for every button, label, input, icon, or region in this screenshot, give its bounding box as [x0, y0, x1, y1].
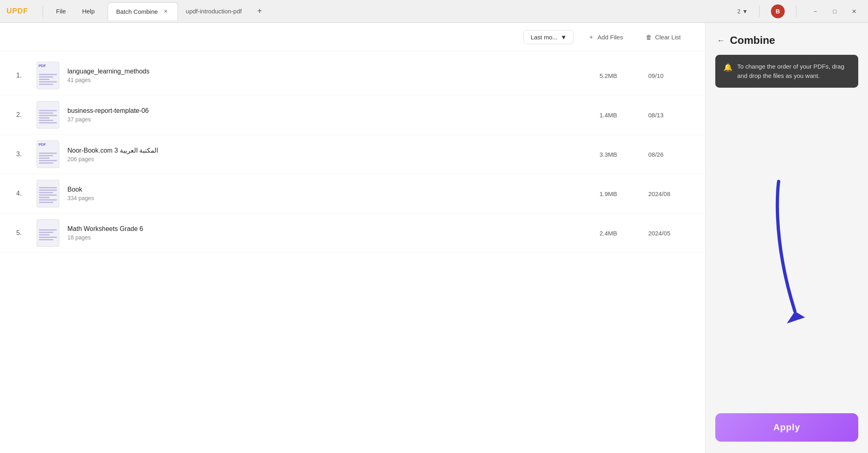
tab-batch-combine-label: Batch Combine: [116, 8, 158, 15]
thumb-line: [39, 81, 56, 82]
file-thumbnail: PDF: [37, 62, 59, 89]
thumb-lines: [39, 229, 56, 240]
trash-icon: 🗑: [646, 34, 652, 41]
file-info: Book 334 pages: [67, 186, 591, 201]
file-size: 2.4MB: [600, 230, 640, 237]
back-button[interactable]: ←: [717, 36, 725, 45]
thumb-line: [39, 237, 56, 238]
table-row[interactable]: 2. business-report-template-06 37 pages: [0, 95, 705, 135]
table-row[interactable]: 1. PDF language_learning_methods 41 page…: [0, 56, 705, 95]
file-size: 5.2MB: [600, 72, 640, 79]
thumb-lines: [39, 110, 56, 123]
thumb-lines: [39, 74, 56, 85]
thumb-line: [39, 199, 56, 201]
arrow-graphic: [746, 173, 827, 336]
thumb-line: [39, 202, 53, 203]
clear-list-button[interactable]: 🗑 Clear List: [638, 30, 689, 44]
file-number: 2.: [16, 111, 28, 119]
bell-icon: 🔔: [723, 63, 732, 72]
file-pages: 41 pages: [67, 77, 591, 83]
file-date: 2024/08: [648, 190, 689, 197]
user-avatar[interactable]: B: [771, 4, 785, 18]
file-date: 08/26: [648, 151, 689, 158]
file-date: 2024/05: [648, 230, 689, 237]
apply-button[interactable]: Apply: [715, 413, 858, 442]
right-panel: ← Combine 🔔 To change the order of your …: [706, 23, 868, 453]
tab-batch-combine-close[interactable]: ✕: [162, 8, 169, 15]
thumb-line: [39, 162, 53, 164]
close-button[interactable]: ✕: [847, 4, 862, 19]
tabs-area: Batch Combine ✕ updf-introduction-pdf +: [108, 2, 737, 20]
info-box: 🔔 To change the order of your PDFs, drag…: [715, 55, 858, 88]
file-pages: 334 pages: [67, 195, 591, 201]
info-text: To change the order of your PDFs, drag a…: [737, 62, 850, 80]
file-info: Math Worksheets Grade 6 18 pages: [67, 225, 591, 241]
thumb-line: [39, 192, 53, 193]
menu-help[interactable]: Help: [76, 5, 101, 17]
main-area: Last mo... ▼ ＋ Add Files 🗑 Clear List 1.…: [0, 23, 868, 453]
thumb-line: [39, 76, 53, 78]
thumb-line: [39, 160, 56, 161]
thumb-line: [39, 229, 56, 231]
thumb-line: [39, 79, 50, 80]
table-row[interactable]: 5. Math Worksheets Grade 6 18 pages 2.4M…: [0, 214, 705, 253]
maximize-button[interactable]: □: [827, 4, 842, 19]
thumb-line: [39, 122, 56, 123]
add-files-button[interactable]: ＋ Add Files: [580, 30, 631, 44]
file-number: 1.: [16, 72, 28, 79]
svg-marker-0: [787, 311, 805, 324]
thumb-line: [39, 239, 53, 240]
sort-dropdown[interactable]: Last mo... ▼: [524, 30, 574, 44]
toolbar: Last mo... ▼ ＋ Add Files 🗑 Clear List: [0, 23, 705, 52]
thumb-line: [39, 234, 50, 235]
file-number: 5.: [16, 229, 28, 237]
thumb-line: [39, 115, 56, 116]
file-number: 3.: [16, 151, 28, 158]
thumb-lines: [39, 153, 56, 164]
file-thumbnail: [37, 219, 59, 247]
minimize-button[interactable]: −: [808, 4, 823, 19]
file-size: 3.3MB: [600, 151, 640, 158]
arrow-container: [706, 96, 868, 413]
tab-add-button[interactable]: +: [253, 5, 266, 18]
thumb-line: [39, 120, 53, 121]
file-pages: 18 pages: [67, 234, 591, 241]
thumb-line: [39, 232, 53, 233]
file-name: Noor-Book.com المكتبة العربية 3: [67, 147, 591, 154]
thumb-line: [39, 153, 56, 154]
file-pages: 206 pages: [67, 156, 591, 162]
thumb-line: [39, 187, 56, 188]
tab-updf-intro-label: updf-introduction-pdf: [186, 8, 242, 15]
file-size: 1.4MB: [600, 112, 640, 119]
menu-bar: File Help: [50, 5, 101, 17]
combine-title: Combine: [730, 34, 775, 47]
logo-text: UPDF: [6, 7, 28, 15]
thumb-line: [39, 194, 56, 196]
thumb-line: [39, 157, 50, 159]
version-badge: 2 ▼: [737, 8, 748, 15]
menu-file[interactable]: File: [50, 5, 72, 17]
sort-label: Last mo...: [530, 34, 557, 41]
files-container: 1. PDF language_learning_methods 41 page…: [0, 52, 705, 453]
file-number: 4.: [16, 190, 28, 197]
combine-header: ← Combine: [706, 23, 868, 55]
thumb-line: [39, 117, 50, 119]
file-name: business-report-template-06: [67, 107, 591, 114]
app-logo: UPDF: [6, 7, 28, 15]
thumb-line: [39, 74, 56, 75]
thumb-lines: [39, 187, 56, 203]
thumb-line: [39, 84, 53, 85]
file-thumbnail: [37, 180, 59, 207]
tab-batch-combine[interactable]: Batch Combine ✕: [108, 2, 178, 20]
tab-updf-intro[interactable]: updf-introduction-pdf: [178, 2, 250, 20]
table-row[interactable]: 4. Book 334 pages 1.9MB: [0, 174, 705, 214]
version-chevron: ▼: [742, 8, 748, 15]
file-thumbnail: PDF: [37, 140, 59, 168]
thumb-line: [39, 110, 56, 111]
file-info: language_learning_methods 41 pages: [67, 68, 591, 83]
clear-list-label: Clear List: [655, 34, 681, 41]
title-bar-right: 2 ▼ B − □ ✕: [737, 4, 862, 19]
table-row[interactable]: 3. PDF Noor-Book.com المكتبة العربية 3 2…: [0, 135, 705, 174]
file-date: 08/13: [648, 112, 689, 119]
add-files-label: Add Files: [597, 34, 623, 41]
